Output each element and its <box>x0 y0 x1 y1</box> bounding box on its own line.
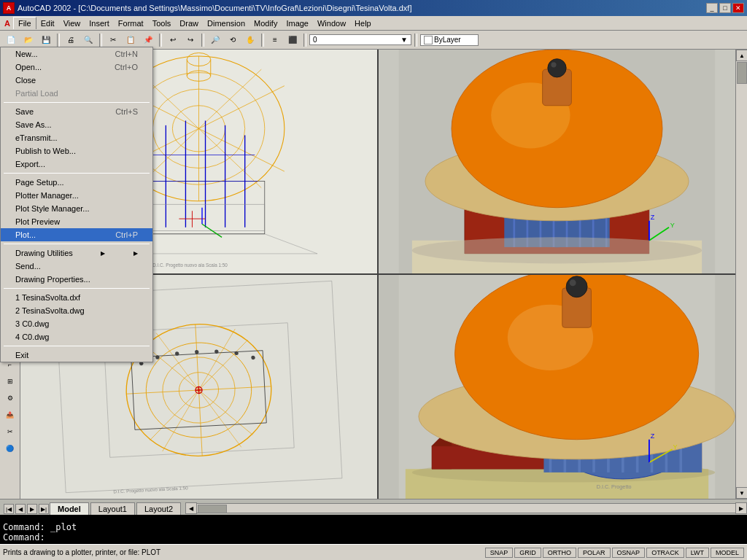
tb-paste[interactable]: 📌 <box>140 33 156 47</box>
menu-recent-1[interactable]: 1 TesinaSvolta.dxf <box>1 291 152 304</box>
menu-etransmit[interactable]: eTransmit... <box>1 131 152 144</box>
snap-button[interactable]: SNAP <box>485 548 514 558</box>
scroll-up-button[interactable]: ▲ <box>736 50 747 61</box>
tab-model[interactable]: Model <box>50 502 89 515</box>
tb-zoom-realtime[interactable]: 🔎 <box>207 33 223 47</box>
scroll-left-button[interactable]: ◀ <box>185 502 197 514</box>
tab-first-button[interactable]: |◀ <box>4 504 14 514</box>
menu-new[interactable]: New... Ctrl+N <box>1 47 152 61</box>
menu-sep-2 <box>4 173 150 174</box>
rendered-svg-top: Y Z <box>379 50 735 273</box>
title-text: AutoCAD 2002 - [C:\Documents and Setting… <box>18 4 411 12</box>
menu-save-as[interactable]: Save As... <box>1 118 152 131</box>
menu-tools[interactable]: Tools <box>148 18 176 29</box>
menu-help[interactable]: Help <box>350 18 376 29</box>
menu-send[interactable]: Send... <box>1 260 152 273</box>
menu-drawing-properties[interactable]: Drawing Properties... <box>1 273 152 286</box>
grid-button[interactable]: GRID <box>514 548 541 558</box>
svg-point-105 <box>570 279 576 286</box>
menu-export[interactable]: Export... <box>1 158 152 171</box>
menu-plot-preview[interactable]: Plot Preview <box>1 215 152 228</box>
menu-recent-3[interactable]: 3 C0.dwg <box>1 317 152 330</box>
scroll-thumb-bottom[interactable] <box>198 505 227 513</box>
tool-wblock[interactable]: ✂ <box>1 424 19 440</box>
tb-pan[interactable]: ✋ <box>242 33 258 47</box>
tb-print-preview[interactable]: 🔍 <box>80 33 96 47</box>
tb-redo[interactable]: ↪ <box>182 33 198 47</box>
menu-insert[interactable]: Insert <box>85 18 114 29</box>
tool-mirror[interactable]: ⚙ <box>1 390 19 406</box>
tb-save[interactable]: 💾 <box>38 33 54 47</box>
tab-prev-button[interactable]: ◀ <box>15 504 26 514</box>
tool-array[interactable]: ⊞ <box>1 373 19 389</box>
menu-recent-2[interactable]: 2 TesinaSvolta.dwg <box>1 304 152 317</box>
file-menu-dropdown: New... Ctrl+N Open... Ctrl+O Close Parti… <box>0 47 153 362</box>
otrack-button[interactable]: OTRACK <box>646 548 684 558</box>
menu-publish-web[interactable]: Publish to Web... <box>1 144 152 158</box>
menu-open[interactable]: Open... Ctrl+O <box>1 61 152 74</box>
menu-drawing-utilities[interactable]: Drawing Utilities ▶ <box>1 246 152 260</box>
tool-block[interactable]: 📤 <box>1 407 19 423</box>
tb-open[interactable]: 📂 <box>20 33 36 47</box>
minimize-button[interactable]: _ <box>706 3 718 13</box>
lwt-button[interactable]: LWT <box>686 548 709 558</box>
tab-bar: |◀ ◀ ▶ ▶| Model Layout1 Layout2 ◀ ▶ <box>0 499 747 515</box>
tab-last-button[interactable]: ▶| <box>39 504 49 514</box>
menu-plot-style-manager[interactable]: Plot Style Manager... <box>1 202 152 215</box>
tab-navigation: |◀ ◀ ▶ ▶| <box>3 503 50 515</box>
tab-layout2[interactable]: Layout2 <box>136 502 181 515</box>
model-button[interactable]: MODEL <box>711 548 744 558</box>
menu-edit[interactable]: Edit <box>36 18 59 29</box>
tb-undo[interactable]: ↩ <box>165 33 181 47</box>
window-controls: _ □ ✕ <box>706 3 744 13</box>
menu-format[interactable]: Format <box>114 18 148 29</box>
menu-exit[interactable]: Exit <box>1 349 152 362</box>
menu-modify[interactable]: Modify <box>249 18 282 29</box>
tb-new[interactable]: 📄 <box>3 33 19 47</box>
tb-sep-6 <box>303 34 306 47</box>
tb-sep-7 <box>414 34 417 47</box>
color-control[interactable]: ByLayer <box>420 34 479 46</box>
scroll-right-button[interactable]: ▶ <box>735 502 747 514</box>
tb-cut[interactable]: ✂ <box>105 33 121 47</box>
menu-save[interactable]: Save Ctrl+S <box>1 105 152 118</box>
scroll-track-right[interactable] <box>736 61 747 487</box>
menu-autocad-logo[interactable]: A <box>1 18 13 29</box>
scroll-thumb-right[interactable] <box>737 62 747 84</box>
layer-control[interactable]: 0 ▼ <box>309 34 411 45</box>
close-button[interactable]: ✕ <box>732 3 744 13</box>
menu-bar: A File Edit View Insert Format Tools Dra… <box>0 16 747 31</box>
tab-next-button[interactable]: ▶ <box>27 504 37 514</box>
svg-text:Z: Z <box>651 214 655 221</box>
tb-zoom-previous[interactable]: ⟲ <box>225 33 241 47</box>
maximize-button[interactable]: □ <box>719 3 731 13</box>
osnap-button[interactable]: OSNAP <box>612 548 646 558</box>
tb-properties[interactable]: ≡ <box>267 33 283 47</box>
viewport-bottomright[interactable]: Y Z D.I.C. Progetto <box>379 275 735 499</box>
svg-point-51 <box>412 237 702 263</box>
tb-copy[interactable]: 📋 <box>123 33 139 47</box>
menu-image[interactable]: Image <box>282 18 313 29</box>
menu-window[interactable]: Window <box>313 18 350 29</box>
tb-print[interactable]: 🖨 <box>63 33 79 47</box>
scroll-down-button[interactable]: ▼ <box>736 487 747 499</box>
menu-dimension[interactable]: Dimension <box>203 18 249 29</box>
menu-plotter-manager[interactable]: Plotter Manager... <box>1 189 152 202</box>
ortho-button[interactable]: ORTHO <box>543 548 576 558</box>
tab-layout1[interactable]: Layout1 <box>90 502 135 515</box>
menu-close[interactable]: Close <box>1 74 152 87</box>
menu-page-setup[interactable]: Page Setup... <box>1 176 152 189</box>
polar-button[interactable]: POLAR <box>578 548 611 558</box>
menu-recent-4[interactable]: 4 C0.dwg <box>1 330 152 343</box>
menu-sep-1 <box>4 102 150 103</box>
menu-file[interactable]: File <box>13 17 36 29</box>
tb-match-properties[interactable]: ⬛ <box>285 33 301 47</box>
viewport-topright[interactable]: Y Z <box>379 50 735 273</box>
scroll-track-bottom[interactable] <box>197 503 735 513</box>
menu-view[interactable]: View <box>59 18 85 29</box>
tool-insert-block[interactable]: 🔵 <box>1 440 19 456</box>
menu-draw[interactable]: Draw <box>175 18 203 29</box>
rendered-svg-bottom: Y Z D.I.C. Progetto <box>379 275 735 499</box>
tb-sep-1 <box>57 34 60 47</box>
menu-plot[interactable]: Plot... Ctrl+P <box>1 228 152 241</box>
